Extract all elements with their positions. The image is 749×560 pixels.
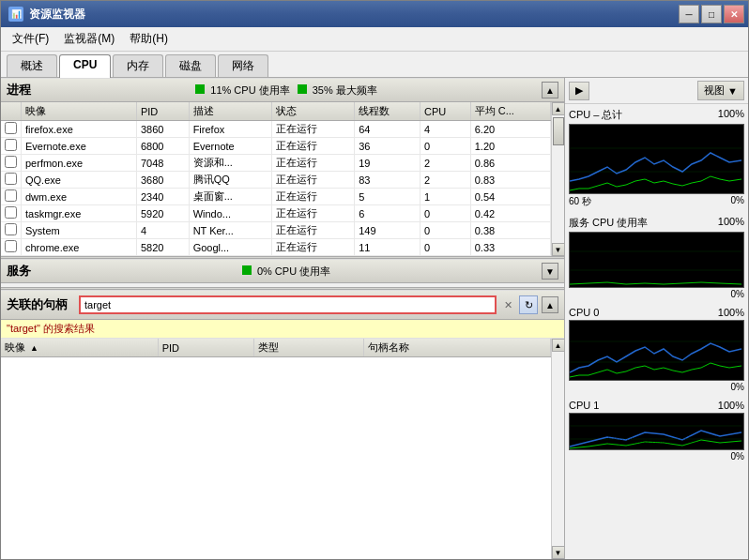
- table-row[interactable]: Evernote.exe 6800 Evernote 正在运行 36 0 1.2…: [1, 138, 551, 155]
- services-section: 服务 0% CPU 使用率 ▼: [1, 259, 564, 287]
- process-section: 进程 11% CPU 使用率 35% 最大频率 ▲: [1, 78, 564, 256]
- table-row[interactable]: firefox.exe 3860 Firefox 正在运行 64 4 6.20: [1, 121, 551, 138]
- row-image: firefox.exe: [22, 121, 137, 138]
- row-threads: 64: [355, 121, 420, 138]
- row-threads: 83: [355, 172, 420, 189]
- row-threads: 149: [355, 222, 420, 239]
- handles-header: 关联的句柄 ✕ ↻ ▲: [1, 290, 564, 320]
- row-check[interactable]: [1, 239, 22, 256]
- table-row[interactable]: dwm.exe 2340 桌面窗... 正在运行 5 1 0.54: [1, 189, 551, 205]
- row-check[interactable]: [1, 172, 22, 189]
- row-check[interactable]: [1, 138, 22, 155]
- row-desc: Firefox: [189, 121, 271, 138]
- process-table-header-row: 映像 PID 描述 状态 线程数 CPU 平均 C...: [1, 102, 551, 121]
- services-title: 服务: [7, 263, 31, 280]
- cpu-total-chart-section: CPU – 总计 100% 60 秒: [565, 104, 748, 212]
- col-h-type[interactable]: 类型: [254, 339, 363, 357]
- process-collapse-button[interactable]: ▲: [542, 82, 558, 98]
- search-input[interactable]: [79, 295, 497, 314]
- col-status[interactable]: 状态: [271, 102, 354, 121]
- row-desc: NT Ker...: [189, 222, 271, 239]
- right-nav-prev[interactable]: ▶: [569, 82, 589, 100]
- row-check[interactable]: [1, 205, 22, 222]
- sort-arrow-image: ▲: [30, 343, 38, 353]
- tab-network[interactable]: 网络: [218, 54, 268, 77]
- row-image: dwm.exe: [22, 189, 137, 205]
- row-status: 正在运行: [271, 138, 354, 155]
- cpu-0-chart: [569, 320, 744, 381]
- row-pid: 5920: [136, 205, 189, 222]
- search-refresh-button[interactable]: ↻: [519, 295, 538, 314]
- handles-scroll-up[interactable]: ▲: [552, 339, 565, 352]
- row-desc: Evernote: [189, 138, 271, 155]
- menu-monitor[interactable]: 监视器(M): [56, 29, 122, 49]
- title-controls: ─ □ ✕: [679, 5, 744, 23]
- col-desc[interactable]: 描述: [189, 102, 271, 121]
- cpu-service-svg: [570, 233, 741, 288]
- scroll-up-arrow[interactable]: ▲: [552, 102, 565, 115]
- table-row[interactable]: taskmgr.exe 5920 Windo... 正在运行 6 0 0.42: [1, 205, 551, 222]
- col-threads[interactable]: 线程数: [355, 102, 420, 121]
- process-table-body: firefox.exe 3860 Firefox 正在运行 64 4 6.20 …: [1, 121, 551, 256]
- col-cpu[interactable]: CPU: [420, 102, 471, 121]
- handles-table-container: 映像 ▲ PID 类型 句柄名称: [1, 339, 551, 559]
- row-pid: 3680: [136, 172, 189, 189]
- row-check[interactable]: [1, 121, 22, 138]
- table-row[interactable]: perfmon.exe 7048 资源和... 正在运行 19 2 0.86: [1, 155, 551, 172]
- row-pid: 3860: [136, 121, 189, 138]
- cpu-1-chart: http://blog.csdn.net/br...: [569, 413, 744, 450]
- minimize-button[interactable]: ─: [679, 5, 699, 23]
- col-avg[interactable]: 平均 C...: [470, 102, 550, 121]
- col-h-pid[interactable]: PID: [158, 339, 254, 357]
- scroll-down-arrow[interactable]: ▼: [552, 243, 565, 256]
- restore-button[interactable]: □: [701, 5, 722, 23]
- svg-rect-6: [570, 321, 741, 381]
- table-row[interactable]: chrome.exe 5820 Googl... 正在运行 11 0 0.33: [1, 239, 551, 256]
- col-pid[interactable]: PID: [136, 102, 189, 121]
- row-image: Evernote.exe: [22, 138, 137, 155]
- services-collapse-button[interactable]: ▼: [542, 263, 558, 280]
- row-avg: 0.86: [470, 155, 550, 172]
- menu-file[interactable]: 文件(F): [5, 29, 56, 49]
- col-h-image[interactable]: 映像 ▲: [1, 339, 158, 357]
- cpu-1-low: 0%: [731, 451, 744, 462]
- row-image: taskmgr.exe: [22, 205, 137, 222]
- scroll-thumb[interactable]: [553, 117, 564, 145]
- tab-cpu[interactable]: CPU: [59, 54, 111, 78]
- col-image[interactable]: 映像: [22, 102, 137, 121]
- row-status: 正在运行: [271, 239, 354, 256]
- svg-rect-0: [570, 125, 741, 194]
- cpu-total-time: 60 秒: [569, 195, 591, 208]
- table-row[interactable]: QQ.exe 3680 腾讯QQ 正在运行 83 2 0.83: [1, 172, 551, 189]
- search-clear-button[interactable]: ✕: [500, 297, 515, 312]
- view-label: 视图: [704, 83, 725, 98]
- menu-help[interactable]: 帮助(H): [122, 29, 176, 49]
- handles-scroll-down[interactable]: ▼: [552, 546, 565, 559]
- view-button[interactable]: 视图 ▼: [697, 81, 744, 100]
- row-avg: 0.38: [470, 222, 550, 239]
- cpu-1-svg: [570, 414, 741, 450]
- handles-scrollbar[interactable]: ▲ ▼: [551, 339, 564, 559]
- tab-memory[interactable]: 内存: [113, 54, 163, 77]
- row-cpu: 4: [420, 121, 471, 138]
- row-status: 正在运行: [271, 155, 354, 172]
- col-h-name[interactable]: 句柄名称: [363, 339, 550, 357]
- tab-overview[interactable]: 概述: [7, 54, 57, 77]
- row-image: chrome.exe: [22, 239, 137, 256]
- row-check[interactable]: [1, 155, 22, 172]
- cpu-0-low: 0%: [731, 382, 744, 392]
- row-desc: 桌面窗...: [189, 189, 271, 205]
- handles-collapse-button[interactable]: ▲: [542, 296, 558, 313]
- row-check[interactable]: [1, 189, 22, 205]
- close-button[interactable]: ✕: [724, 5, 744, 23]
- tab-disk[interactable]: 磁盘: [165, 54, 216, 77]
- table-row[interactable]: System 4 NT Ker... 正在运行 149 0 0.38: [1, 222, 551, 239]
- right-pane: ▶ 视图 ▼ CPU – 总计 100%: [565, 78, 748, 559]
- row-check[interactable]: [1, 222, 22, 239]
- view-chevron-icon: ▼: [727, 85, 738, 97]
- services-green-dot: [242, 265, 252, 275]
- process-scrollbar[interactable]: ▲ ▼: [551, 102, 564, 256]
- process-table-scroll: 映像 PID 描述 状态 线程数 CPU 平均 C...: [1, 102, 551, 256]
- process-header: 进程 11% CPU 使用率 35% 最大频率 ▲: [1, 78, 564, 102]
- svg-rect-9: [570, 414, 741, 450]
